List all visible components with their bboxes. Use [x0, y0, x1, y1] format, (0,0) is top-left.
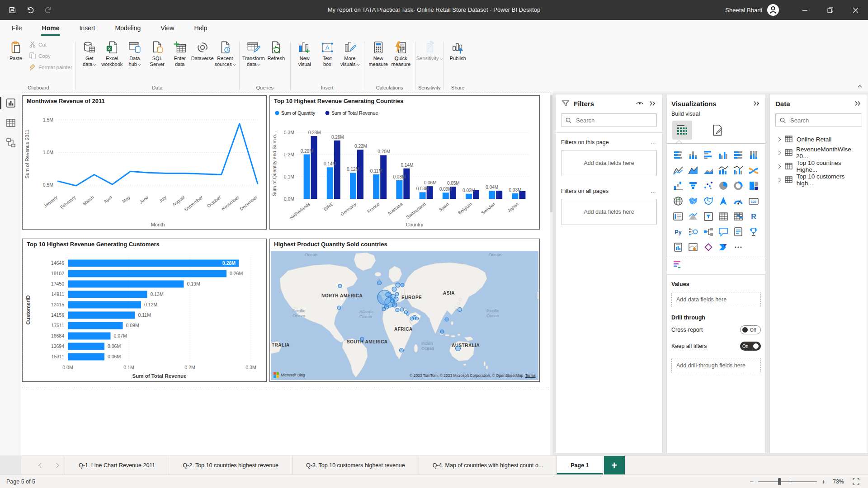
gauge-icon[interactable] — [731, 195, 745, 207]
smart-narrative-icon[interactable] — [731, 225, 745, 238]
new-visual-button[interactable]: Newvisual — [293, 39, 316, 67]
treemap-icon[interactable] — [747, 179, 760, 192]
data-table-item[interactable]: Top 10 countries Highe... — [775, 160, 862, 173]
keep-all-filters-toggle[interactable]: On — [740, 342, 761, 351]
eye-icon[interactable] — [635, 99, 644, 108]
text-box-button[interactable]: ATextbox — [316, 39, 339, 67]
expand-chevron-icon[interactable] — [777, 178, 781, 182]
more-visuals-options-icon[interactable] — [731, 241, 745, 253]
scatter-chart-icon[interactable] — [702, 179, 715, 192]
data-table-item[interactable]: RevenueMonthWise 20... — [775, 146, 862, 160]
avatar[interactable] — [767, 4, 779, 16]
dataverse-button[interactable]: Dataverse — [191, 39, 214, 61]
stacked-column-chart-icon[interactable] — [686, 149, 700, 161]
page-tab-active[interactable]: Page 1 — [557, 456, 603, 474]
metrics-icon[interactable] — [747, 225, 760, 238]
rail-data-view[interactable] — [0, 113, 21, 133]
format-visual-mode-button[interactable] — [708, 121, 727, 140]
more-options-icon[interactable]: … — [651, 139, 657, 145]
hundred-stacked-column-chart-icon[interactable] — [747, 149, 760, 161]
more-visuals-button[interactable]: Morevisuals — [339, 39, 361, 67]
map-icon[interactable] — [671, 195, 685, 207]
paste-button[interactable]: Paste — [5, 39, 27, 61]
expand-chevron-icon[interactable] — [777, 164, 781, 169]
donut-chart-icon[interactable] — [731, 179, 745, 192]
ribbon-chart-icon[interactable] — [747, 164, 760, 176]
format-painter-button[interactable]: Format painter — [29, 61, 72, 73]
arcgis-map-icon[interactable] — [686, 241, 700, 253]
values-dropzone[interactable]: Add data fields here — [671, 292, 761, 307]
stacked-area-chart-icon[interactable] — [702, 164, 715, 176]
azure-map-icon[interactable] — [717, 195, 730, 207]
quick-measure-button[interactable]: Quickmeasure — [390, 39, 412, 67]
new-measure-button[interactable]: Newmeasure — [367, 39, 390, 67]
expand-chevron-icon[interactable] — [777, 137, 781, 141]
filters-search-input[interactable] — [575, 117, 656, 124]
close-icon[interactable] — [843, 0, 868, 20]
page-tab[interactable]: Q-3. Top 10 customers highest revenue — [292, 456, 419, 474]
funnel-chart-icon[interactable] — [686, 179, 700, 192]
clustered-column-chart-icon[interactable] — [717, 149, 730, 161]
visual-customers-bar-chart[interactable]: Top 10 Highest Revenue Generating Custom… — [22, 239, 267, 382]
cut-button[interactable]: Cut — [29, 39, 72, 50]
visual-line-chart[interactable]: Monthwise Revenue of 20110.5M1.0M1.5MJan… — [22, 95, 267, 230]
paginated-report-icon[interactable] — [671, 241, 685, 253]
line-chart-icon[interactable] — [671, 164, 685, 176]
power-apps-visual-icon[interactable] — [702, 241, 715, 253]
line-and-stacked-column-chart-icon[interactable] — [717, 164, 730, 176]
collapse-visualizations-icon[interactable] — [752, 99, 761, 108]
page-tab[interactable]: Q-4. Map of countries with highest count… — [419, 456, 557, 474]
menu-home[interactable]: Home — [40, 20, 61, 37]
python-visual-icon[interactable]: Py — [671, 225, 685, 238]
rail-report-view[interactable] — [0, 93, 21, 113]
area-chart-icon[interactable] — [686, 164, 700, 176]
r-script-visual-icon[interactable]: R — [747, 210, 760, 222]
build-visual-mode-button[interactable] — [672, 121, 692, 140]
copy-button[interactable]: Copy — [29, 50, 72, 61]
more-options-icon[interactable]: … — [651, 188, 657, 194]
waterfall-chart-icon[interactable] — [671, 179, 685, 192]
rail-model-view[interactable] — [0, 133, 21, 153]
colored-filter-icon[interactable] — [673, 261, 682, 271]
recent-sources-button[interactable]: Recentsources — [214, 39, 236, 67]
cross-report-toggle[interactable]: Off — [740, 325, 761, 334]
transform-data-button[interactable]: Transformdata — [242, 39, 265, 67]
account-name[interactable]: Sheetal Bharti — [725, 7, 762, 14]
collapse-ribbon-icon[interactable] — [856, 83, 864, 90]
menu-help[interactable]: Help — [192, 20, 209, 37]
data-table-item[interactable]: Online Retail — [775, 132, 862, 146]
report-canvas[interactable]: Monthwise Revenue of 20110.5M1.0M1.5MJan… — [21, 93, 552, 455]
visual-map[interactable]: Highest Product Quantity Sold countries … — [269, 239, 540, 382]
redo-icon[interactable] — [41, 3, 56, 17]
multi-row-card-icon[interactable] — [671, 210, 685, 222]
data-search-input[interactable] — [789, 117, 868, 124]
drill-through-dropzone[interactable]: Add drill-through fields here — [671, 358, 761, 373]
filters-page-dropzone[interactable]: Add data fields here — [561, 150, 657, 176]
hundred-stacked-bar-chart-icon[interactable] — [731, 149, 745, 161]
sensitivity-button[interactable]: Sensitivity — [418, 39, 441, 61]
filters-all-pages-dropzone[interactable]: Add data fields here — [561, 199, 657, 225]
save-icon[interactable] — [5, 3, 20, 17]
canvas-scrollbar[interactable] — [550, 93, 552, 455]
shape-map-icon[interactable] — [702, 195, 715, 207]
card-icon[interactable]: 123 — [747, 195, 760, 207]
table-icon[interactable] — [717, 210, 730, 222]
previous-page-icon[interactable] — [38, 463, 43, 468]
key-influencers-icon[interactable] — [686, 225, 700, 238]
restore-button[interactable] — [817, 0, 843, 20]
next-page-icon[interactable] — [54, 463, 59, 468]
excel-workbook-button[interactable]: XExcelworkbook — [101, 39, 123, 67]
qa-visual-icon[interactable] — [717, 225, 730, 238]
enter-data-button[interactable]: Enterdata — [169, 39, 191, 67]
terms-link[interactable]: Terms — [525, 373, 536, 378]
matrix-icon[interactable] — [731, 210, 745, 222]
kpi-icon[interactable] — [686, 210, 700, 222]
filled-map-icon[interactable] — [686, 195, 700, 207]
collapse-data-icon[interactable] — [853, 99, 862, 108]
collapse-filters-icon[interactable] — [648, 99, 657, 108]
decomposition-tree-icon[interactable] — [702, 225, 715, 238]
undo-icon[interactable] — [23, 3, 38, 17]
clustered-bar-chart-icon[interactable] — [702, 149, 715, 161]
power-automate-visual-icon[interactable] — [717, 241, 730, 253]
sql-server-button[interactable]: SQLServer — [146, 39, 169, 67]
